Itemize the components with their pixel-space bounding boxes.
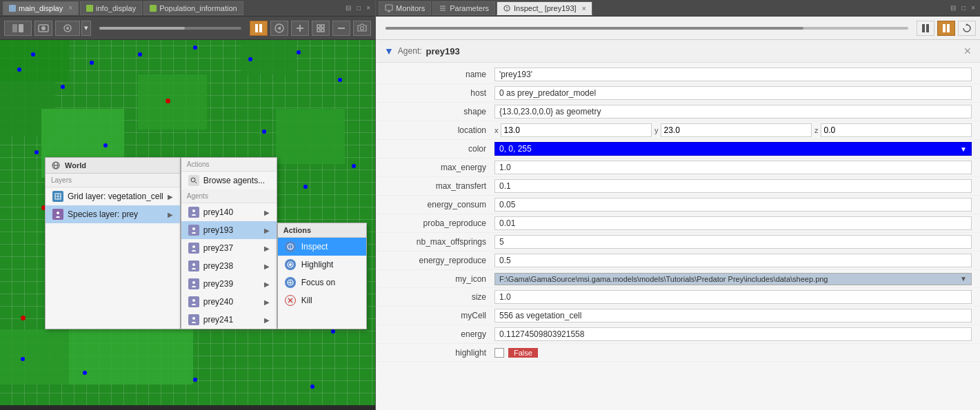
agent-prey-dot <box>31 52 35 57</box>
step-back-button[interactable] <box>270 21 288 36</box>
prop-value-energy[interactable]: 0.11274509803921558 <box>494 327 972 341</box>
prop-value-my-icon[interactable]: F:\Gama\GamaSource\msi.gama.models\model… <box>494 273 972 285</box>
prop-value-proba-reproduce[interactable]: 0.01 <box>494 216 972 230</box>
color-dropdown-arrow[interactable]: ▼ <box>960 145 967 153</box>
back-button[interactable] <box>4 21 32 36</box>
tab-close-main[interactable]: × <box>68 4 72 12</box>
right-speed-slider[interactable] <box>386 27 908 30</box>
prop-value-host[interactable]: 0 as prey_predator_model <box>494 86 972 100</box>
maximize-btn[interactable]: □ <box>354 3 363 12</box>
grid-layer-item[interactable]: Grid layer: vegetation_cell ▶ <box>46 187 180 205</box>
prop-value-color[interactable]: 0, 0, 255 ▼ <box>494 142 972 156</box>
my-icon-path: F:\Gama\GamaSource\msi.gama.models\model… <box>499 275 828 283</box>
simulation-view[interactable]: World Layers Grid layer: vegetation_cell… <box>0 40 375 410</box>
add-button[interactable] <box>291 21 309 36</box>
agent-expand-arrow[interactable]: ▼ <box>384 45 394 57</box>
prey193-item[interactable]: prey193 ▶ <box>181 221 277 239</box>
agent-label: Agent: <box>398 46 422 56</box>
tab-parameters[interactable]: Parameters <box>432 1 495 15</box>
prey239-item[interactable]: prey239 ▶ <box>181 275 277 293</box>
highlight-checkbox[interactable] <box>494 348 504 358</box>
highlight-action[interactable]: Highlight <box>278 256 366 274</box>
prop-value-shape[interactable]: {13.0,23.0,0.0} as geometry <box>494 105 972 119</box>
inspect-action[interactable]: Inspect <box>278 238 366 256</box>
zoom-out-button[interactable] <box>332 21 350 36</box>
species-layer-item[interactable]: Species layer: prey ▶ <box>46 205 180 223</box>
right-pause-btn[interactable] <box>937 21 955 36</box>
focus-action[interactable]: Focus on <box>278 274 366 291</box>
prop-value-energy-consum[interactable]: 0.05 <box>494 198 972 212</box>
svg-rect-0 <box>12 24 17 32</box>
agent-toggle-button[interactable] <box>55 21 80 36</box>
agent-prey-dot <box>193 378 197 382</box>
right-step-btn[interactable] <box>917 21 934 36</box>
restore-btn[interactable]: × <box>364 3 372 12</box>
prey238-item[interactable]: prey238 ▶ <box>181 257 277 275</box>
pause-button[interactable] <box>250 21 268 36</box>
prey140-label: prey140 <box>203 207 233 217</box>
speed-slider[interactable] <box>99 27 241 30</box>
y-input[interactable] <box>661 123 812 137</box>
prop-row-name: name 'prey193' <box>376 65 980 84</box>
agent-close-button[interactable]: ✕ <box>963 45 972 57</box>
x-input[interactable] <box>501 123 652 137</box>
prop-row-nb-max-offsprings: nb_max_offsprings 5 <box>376 233 980 252</box>
prey237-item[interactable]: prey237 ▶ <box>181 239 277 257</box>
parameters-label: Parameters <box>450 4 489 12</box>
monitors-label: Monitors <box>396 4 425 12</box>
my-icon-dropdown-arrow[interactable]: ▼ <box>960 275 967 283</box>
right-minimize-btn[interactable]: ⊟ <box>948 3 958 12</box>
agent-header: ▼ Agent: prey193 ✕ <box>376 40 980 63</box>
tab-info-display[interactable]: info_display <box>80 1 142 15</box>
inspect-tab-close[interactable]: × <box>582 4 586 12</box>
right-restore-btn[interactable]: × <box>969 3 977 12</box>
prop-value-energy-reproduce[interactable]: 0.5 <box>494 254 972 267</box>
prop-value-max-energy[interactable]: 1.0 <box>494 161 972 174</box>
agent-name: prey193 <box>426 46 460 57</box>
prop-row-my-icon: my_icon F:\Gama\GamaSource\msi.gama.mode… <box>376 270 980 288</box>
prop-row-highlight: highlight False <box>376 344 980 362</box>
prey238-icon <box>188 260 199 271</box>
prey193-label: prey193 <box>203 225 233 235</box>
screenshot-button[interactable] <box>34 21 52 36</box>
svg-rect-54 <box>926 24 929 32</box>
focus-label: Focus on <box>301 278 335 287</box>
properties-container: name 'prey193' host 0 as prey_predator_m… <box>376 63 980 410</box>
actions-menu-header: Actions <box>278 223 366 238</box>
kill-action[interactable]: Kill <box>278 291 366 309</box>
prop-label-color: color <box>384 144 494 154</box>
color-value-text: 0, 0, 255 <box>499 144 532 154</box>
prop-label-highlight: highlight <box>384 348 494 358</box>
prop-label-size: size <box>384 292 494 302</box>
prop-value-max-transfert[interactable]: 0.1 <box>494 179 972 193</box>
tab-icon-pop <box>150 5 157 12</box>
prop-row-my-cell: myCell 556 as vegetation_cell <box>376 307 980 325</box>
prey241-arrow: ▶ <box>264 316 270 324</box>
browse-agents-item[interactable]: Browse agents... <box>181 172 277 189</box>
prey237-arrow: ▶ <box>264 245 270 252</box>
prop-value-my-cell[interactable]: 556 as vegetation_cell <box>494 309 972 322</box>
prop-value-size[interactable]: 1.0 <box>494 290 972 304</box>
layers-section-label: Layers <box>46 174 180 187</box>
tab-population-info[interactable]: Population_information <box>143 1 243 15</box>
prey240-item[interactable]: prey240 ▶ <box>181 293 277 311</box>
prey140-item[interactable]: prey140 ▶ <box>181 203 277 221</box>
tab-main-display[interactable]: main_display × <box>3 1 79 15</box>
tab-inspect[interactable]: Inspect_ [prey193] × <box>497 1 592 15</box>
right-maximize-btn[interactable]: □ <box>959 3 968 12</box>
prey241-item[interactable]: prey241 ▶ <box>181 311 277 329</box>
prop-value-name[interactable]: 'prey193' <box>494 68 972 81</box>
agents-section: Agents <box>181 189 277 203</box>
camera-button[interactable] <box>353 21 371 36</box>
z-input[interactable] <box>821 123 972 137</box>
right-refresh-btn[interactable] <box>958 21 976 36</box>
prop-value-nb-max-offsprings[interactable]: 5 <box>494 235 972 249</box>
fit-button[interactable] <box>312 21 330 36</box>
tab-monitors[interactable]: Monitors <box>379 1 431 15</box>
agent-dropdown[interactable]: ▾ <box>81 21 91 36</box>
tab-icon-info <box>86 5 93 12</box>
grid-layer-arrow: ▶ <box>168 193 173 201</box>
minimize-btn[interactable]: ⊟ <box>343 3 353 12</box>
prop-row-shape: shape {13.0,23.0,0.0} as geometry <box>376 103 980 121</box>
agent-prey-dot <box>61 85 65 89</box>
